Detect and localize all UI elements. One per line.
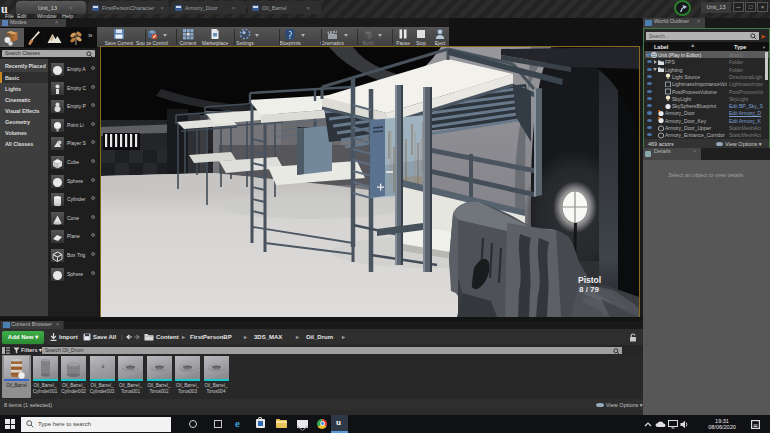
svg-text:8 / 79: 8 / 79 <box>579 285 600 294</box>
svg-text:Pistol: Pistol <box>578 275 601 285</box>
